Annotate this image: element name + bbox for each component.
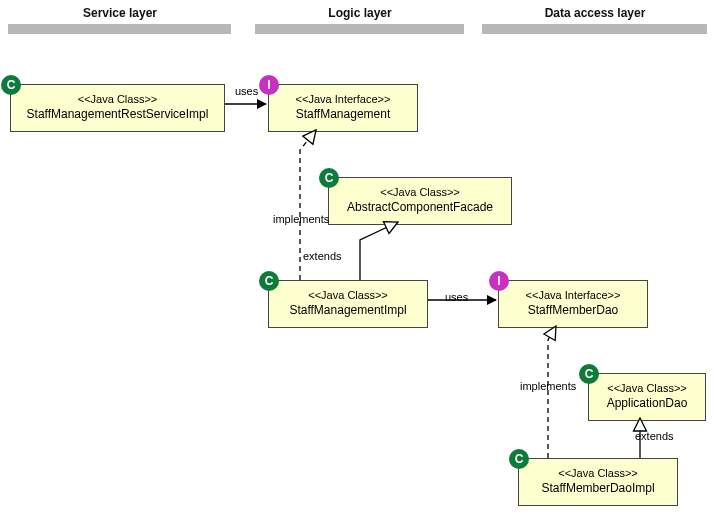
column-header-label: Service layer: [83, 6, 157, 20]
node-staff-management-rest-service-impl: C <<Java Class>> StaffManagementRestServ…: [10, 84, 225, 132]
class-name-label: StaffManagement: [279, 107, 407, 121]
column-bar-data: [482, 24, 707, 34]
node-staff-member-dao: I <<Java Interface>> StaffMemberDao: [498, 280, 648, 328]
edge-label-uses: uses: [235, 85, 258, 97]
class-icon: C: [319, 168, 339, 188]
node-staff-management-impl: C <<Java Class>> StaffManagementImpl: [268, 280, 428, 328]
interface-icon: I: [259, 75, 279, 95]
stereotype-label: <<Java Interface>>: [509, 289, 637, 301]
edge-label-implements: implements: [520, 380, 576, 392]
edge-label-extends: extends: [303, 250, 342, 262]
column-bar-logic: [255, 24, 464, 34]
class-name-label: StaffManagementRestServiceImpl: [21, 107, 214, 121]
edge-label-uses: uses: [445, 291, 468, 303]
column-header-service: Service layer: [20, 6, 220, 20]
class-icon: C: [259, 271, 279, 291]
stereotype-label: <<Java Class>>: [599, 382, 695, 394]
node-staff-member-dao-impl: C <<Java Class>> StaffMemberDaoImpl: [518, 458, 678, 506]
diagram-canvas: Service layer Logic layer Data access la…: [0, 0, 714, 532]
column-header-data: Data access layer: [495, 6, 695, 20]
column-header-label: Data access layer: [545, 6, 646, 20]
column-header-label: Logic layer: [328, 6, 391, 20]
class-icon: C: [509, 449, 529, 469]
column-header-logic: Logic layer: [260, 6, 460, 20]
column-bar-service: [8, 24, 231, 34]
edge-label-implements: implements: [273, 213, 329, 225]
class-name-label: StaffManagementImpl: [279, 303, 417, 317]
node-application-dao: C <<Java Class>> ApplicationDao: [588, 373, 706, 421]
interface-icon: I: [489, 271, 509, 291]
stereotype-label: <<Java Class>>: [339, 186, 501, 198]
stereotype-label: <<Java Interface>>: [279, 93, 407, 105]
class-name-label: StaffMemberDaoImpl: [529, 481, 667, 495]
node-staff-management: I <<Java Interface>> StaffManagement: [268, 84, 418, 132]
class-name-label: StaffMemberDao: [509, 303, 637, 317]
edge-label-extends: extends: [635, 430, 674, 442]
class-name-label: ApplicationDao: [599, 396, 695, 410]
connectors-svg: [0, 0, 714, 532]
class-icon: C: [1, 75, 21, 95]
node-abstract-component-facade: C <<Java Class>> AbstractComponentFacade: [328, 177, 512, 225]
stereotype-label: <<Java Class>>: [279, 289, 417, 301]
class-name-label: AbstractComponentFacade: [339, 200, 501, 214]
class-icon: C: [579, 364, 599, 384]
stereotype-label: <<Java Class>>: [21, 93, 214, 105]
stereotype-label: <<Java Class>>: [529, 467, 667, 479]
